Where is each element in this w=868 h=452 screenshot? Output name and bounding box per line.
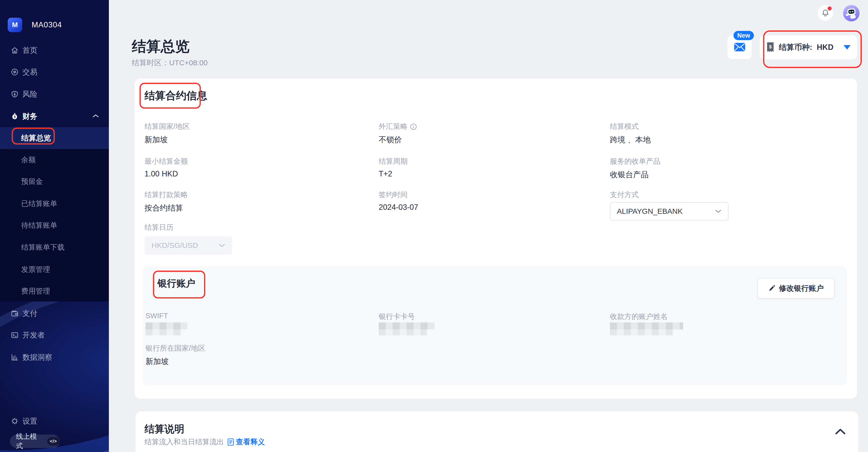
notification-bell-button[interactable] xyxy=(818,5,833,21)
timezone-label: 结算时区： xyxy=(132,59,169,67)
swift-redacted-value xyxy=(146,323,187,335)
field-label: 服务的收单产品 xyxy=(610,156,660,167)
field-value: 2024-03-07 xyxy=(379,203,418,212)
field-label: 结算模式 xyxy=(610,122,639,131)
field-min-amount: 最小结算金额 1.00 HKD xyxy=(145,156,188,167)
payee-name-redacted-value xyxy=(610,323,683,335)
sidebar-subitem-bill-download[interactable]: 结算账单下载 xyxy=(0,240,109,255)
field-fx-strategy: 外汇策略 不锁价 xyxy=(379,122,417,131)
field-label: 结算打款策略 xyxy=(145,190,188,200)
home-icon xyxy=(11,47,19,54)
terminal-icon xyxy=(11,331,19,339)
shield-icon xyxy=(11,90,19,98)
field-value: 收银台产品 xyxy=(610,170,649,180)
sidebar-item-label: 设置 xyxy=(23,416,37,426)
field-swift: SWIFT xyxy=(146,312,168,320)
sidebar-subitem-fee-management[interactable]: 费用管理 xyxy=(0,284,109,299)
definitions-doc-icon xyxy=(227,438,234,446)
online-mode-toggle[interactable]: 线上模式 </> xyxy=(10,434,60,448)
sidebar-subitem-pending-bills[interactable]: 待结算账单 xyxy=(0,218,109,233)
sidebar-item-data-insights[interactable]: 数据洞察 xyxy=(0,349,109,365)
notes-subtitle: 结算流入和当日结算流出 xyxy=(145,437,224,447)
chevron-down-icon xyxy=(219,243,225,247)
field-label: 结算国家/地区 xyxy=(145,122,190,131)
sidebar-item-finance[interactable]: $ 财务 xyxy=(0,109,109,124)
sidebar-item-label: 风险 xyxy=(23,89,37,99)
field-bank-country: 银行所在国家/地区 新加坡 xyxy=(146,343,205,353)
field-label: 结算周期 xyxy=(379,156,408,167)
merchant-id: MA0304 xyxy=(32,21,62,29)
sidebar-subitem-settled-bills[interactable]: 已结算账单 xyxy=(0,197,109,211)
field-label: 收款方的账户姓名 xyxy=(610,312,668,322)
currency-label: 结算币种: xyxy=(779,42,812,53)
edit-bank-account-label: 修改银行账户 xyxy=(779,283,824,294)
field-settle-cycle: 结算周期 T+2 xyxy=(379,156,408,167)
sidebar-subitem-settlement-overview[interactable]: 结算总览 xyxy=(0,130,109,146)
field-payout-strategy: 结算打款策略 按合约结算 xyxy=(145,190,188,200)
new-badge: New xyxy=(734,31,754,40)
payment-method-value: ALIPAYGN_EBANK xyxy=(617,207,683,215)
svg-text:$: $ xyxy=(769,44,772,49)
field-value: T+2 xyxy=(379,170,392,178)
view-definitions-link[interactable]: 查看释义 xyxy=(227,437,265,447)
timezone-value: UTC+08:00 xyxy=(169,59,208,67)
online-mode-label: 线上模式 xyxy=(16,432,43,451)
field-payee-name: 收款方的账户姓名 xyxy=(610,312,668,322)
robot-avatar-icon xyxy=(843,5,860,22)
merchant-logo-row: M MA0304 xyxy=(8,18,62,32)
settle-calendar-select[interactable]: HKD/SG/USD xyxy=(145,236,232,255)
notes-subtitle-row: 结算流入和当日结算流出 查看释义 xyxy=(145,437,265,447)
user-avatar[interactable] xyxy=(843,5,860,22)
code-mode-icon: </> xyxy=(47,437,60,446)
settlement-currency-selector[interactable]: $ 结算币种: HKD xyxy=(760,35,857,59)
info-icon[interactable] xyxy=(410,123,417,130)
sidebar-subitem-invoice-management[interactable]: 发票管理 xyxy=(0,262,109,277)
field-settle-calendar: 结算日历 xyxy=(145,222,174,233)
receipt-icon: $ xyxy=(766,42,774,53)
field-bank-card-number: 银行卡卡号 xyxy=(379,312,415,322)
sidebar-item-developer[interactable]: 开发者 xyxy=(0,327,109,343)
field-sign-date: 签约时间 2024-03-07 xyxy=(379,190,408,200)
sidebar-item-home[interactable]: 首页 xyxy=(0,42,109,58)
field-label: 结算日历 xyxy=(145,222,174,233)
money-bag-icon: $ xyxy=(11,112,19,120)
notification-dot xyxy=(828,6,832,10)
sidebar-subitem-balance[interactable]: 余额 xyxy=(0,152,109,168)
sidebar-item-risk[interactable]: 风险 xyxy=(0,86,109,102)
payment-method-select[interactable]: ALIPAYGN_EBANK xyxy=(610,202,728,220)
svg-text:$: $ xyxy=(14,115,16,119)
field-label: 签约时间 xyxy=(379,190,408,200)
bank-section-heading: 银行账户 xyxy=(157,277,195,290)
currency-value: HKD xyxy=(817,43,833,52)
chevron-down-icon xyxy=(715,209,721,213)
gear-icon xyxy=(11,417,19,425)
sidebar-item-transactions[interactable]: 交易 xyxy=(0,64,109,80)
sidebar-subitem-reserve[interactable]: 预留金 xyxy=(0,174,109,189)
sidebar-item-label: 开发者 xyxy=(23,330,45,340)
contract-section-heading: 结算合约信息 xyxy=(145,89,207,103)
field-label: 外汇策略 xyxy=(379,122,417,131)
merchant-logo: M xyxy=(8,18,22,32)
field-label: 银行卡卡号 xyxy=(379,312,415,322)
sidebar-item-label: 支付 xyxy=(23,308,37,319)
sidebar-item-label: 数据洞察 xyxy=(23,352,52,363)
mail-icon xyxy=(734,42,745,52)
field-label: 银行所在国家/地区 xyxy=(146,343,205,353)
sidebar-item-settings[interactable]: 设置 xyxy=(0,413,109,429)
collapse-chevron-up-icon[interactable] xyxy=(835,428,846,435)
field-value: 1.00 HKD xyxy=(145,170,178,178)
settlement-overview-page: M MA0304 首页 交易 风险 $ 财务 xyxy=(0,0,868,452)
field-label: 支付方式 xyxy=(610,190,639,200)
wallet-icon xyxy=(11,309,19,318)
pencil-icon xyxy=(768,285,775,292)
sidebar-item-payment[interactable]: 支付 xyxy=(0,305,109,322)
card-number-redacted-value xyxy=(379,323,434,335)
field-value: 新加坡 xyxy=(146,356,169,367)
dropdown-arrow-icon xyxy=(844,45,850,50)
edit-bank-account-button[interactable]: 修改银行账户 xyxy=(757,278,835,299)
chevron-up-icon xyxy=(92,114,99,119)
field-value: 新加坡 xyxy=(145,134,168,145)
field-label: SWIFT xyxy=(146,312,168,320)
settle-calendar-value: HKD/SG/USD xyxy=(152,241,198,250)
bar-chart-icon xyxy=(11,353,19,361)
